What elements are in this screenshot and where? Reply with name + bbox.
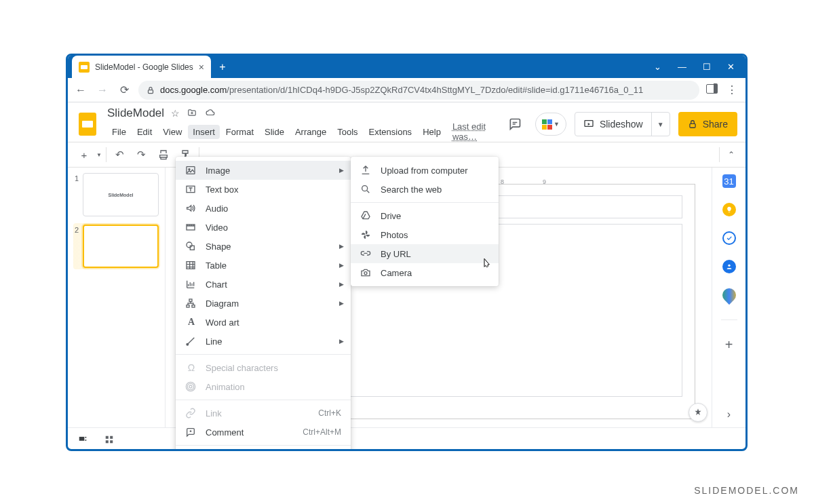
svg-rect-20 <box>192 305 195 307</box>
image-photos-menuitem[interactable]: Photos <box>351 225 499 244</box>
toolbar-collapse-button[interactable]: ⌃ <box>724 150 739 159</box>
link-icon <box>185 408 197 419</box>
svg-rect-7 <box>106 435 109 438</box>
browser-tab[interactable]: SlideModel - Google Slides × <box>72 56 211 78</box>
menu-file[interactable]: File <box>107 125 131 139</box>
image-drive-menuitem[interactable]: Drive <box>351 206 499 225</box>
menuitem-label: Diagram <box>206 298 239 309</box>
last-edit-status[interactable]: Last edit was… <box>452 121 495 142</box>
nav-back-button[interactable]: ← <box>73 84 88 96</box>
submenu-arrow-icon: ▶ <box>339 281 344 288</box>
nav-forward-button[interactable]: → <box>95 84 110 96</box>
url-bar[interactable]: docs.google.com/presentation/d/1hICDq4-h… <box>138 81 699 100</box>
insert-table-menuitem[interactable]: Table ▶ <box>176 256 351 275</box>
slide-thumbnail-1[interactable]: SlideModel <box>83 173 159 216</box>
image-camera-menuitem[interactable]: Camera <box>351 263 499 282</box>
omega-icon: Ω <box>185 362 197 373</box>
chevron-down-icon[interactable]: ⌄ <box>654 62 661 72</box>
image-searchweb-menuitem[interactable]: Search the web <box>351 180 499 199</box>
svg-point-26 <box>364 272 367 275</box>
svg-point-12 <box>189 169 190 170</box>
image-byurl-menuitem[interactable]: By URL <box>351 244 499 263</box>
svg-point-22 <box>189 385 192 388</box>
cloud-status-icon[interactable] <box>204 108 216 119</box>
undo-button[interactable]: ↶ <box>111 145 130 164</box>
insert-audio-menuitem[interactable]: Audio <box>176 199 351 218</box>
image-upload-menuitem[interactable]: Upload from computer <box>351 161 499 180</box>
insert-comment-menuitem[interactable]: Comment Ctrl+Alt+M <box>176 423 351 442</box>
slide-thumbnail-panel[interactable]: 1 SlideModel 2 <box>68 168 166 427</box>
camera-icon <box>360 267 372 278</box>
doc-title[interactable]: SlideModel <box>107 106 164 120</box>
menuitem-label: Image <box>206 166 230 176</box>
submenu-arrow-icon: ▶ <box>339 243 344 250</box>
search-icon <box>360 184 372 195</box>
new-tab-button[interactable]: + <box>214 58 231 76</box>
audio-icon <box>185 203 197 214</box>
slideshow-button[interactable]: Slideshow ▼ <box>575 112 670 136</box>
menu-extensions[interactable]: Extensions <box>364 125 417 139</box>
new-slide-dropdown[interactable]: ▼ <box>96 152 102 158</box>
insert-wordart-menuitem[interactable]: A Word art <box>176 313 351 332</box>
maximize-button[interactable]: ☐ <box>703 62 711 72</box>
browser-tab-title: SlideModel - Google Slides <box>95 62 193 72</box>
browser-menu-button[interactable]: ⋮ <box>724 83 740 96</box>
star-icon[interactable]: ☆ <box>171 108 180 119</box>
svg-point-23 <box>187 383 193 389</box>
menuitem-label: Chart <box>206 279 227 290</box>
slideshow-dropdown-button[interactable]: ▼ <box>651 113 670 136</box>
slide-thumbnail-2[interactable] <box>83 225 159 268</box>
svg-rect-18 <box>189 299 192 301</box>
close-tab-icon[interactable]: × <box>199 62 204 73</box>
share-label: Share <box>703 119 728 130</box>
filmstrip-view-button[interactable] <box>77 435 91 444</box>
animation-icon <box>185 381 197 392</box>
insert-line-menuitem[interactable]: Line ▶ <box>176 332 351 351</box>
new-slide-button[interactable]: + <box>75 145 94 164</box>
share-button[interactable]: Share <box>678 112 737 136</box>
nav-reload-button[interactable]: ⟳ <box>117 83 132 96</box>
menu-arrange[interactable]: Arrange <box>290 125 331 139</box>
submenu-arrow-icon: ▶ <box>339 167 344 174</box>
keep-addon-icon[interactable] <box>722 203 736 216</box>
insert-chart-menuitem[interactable]: Chart ▶ <box>176 275 351 294</box>
insert-image-menuitem[interactable]: Image ▶ <box>176 161 351 180</box>
menu-slide[interactable]: Slide <box>260 125 289 139</box>
meet-button[interactable]: ▼ <box>535 113 566 136</box>
print-button[interactable] <box>154 145 173 164</box>
insert-diagram-menuitem[interactable]: Diagram ▶ <box>176 294 351 313</box>
menu-edit[interactable]: Edit <box>132 125 157 139</box>
menu-format[interactable]: Format <box>221 125 258 139</box>
menu-help[interactable]: Help <box>418 125 446 139</box>
move-folder-icon[interactable] <box>187 108 197 119</box>
table-icon <box>185 260 197 271</box>
grid-view-button[interactable] <box>104 435 118 444</box>
explore-button[interactable] <box>689 403 708 422</box>
maps-addon-icon[interactable] <box>719 286 738 305</box>
svg-rect-10 <box>110 440 113 443</box>
side-panel-collapse-button[interactable]: › <box>727 408 731 421</box>
menu-tools[interactable]: Tools <box>332 125 362 139</box>
menu-view[interactable]: View <box>158 125 187 139</box>
contacts-addon-icon[interactable] <box>722 260 736 273</box>
calendar-addon-icon[interactable]: 31 <box>722 174 736 188</box>
insert-newslide-menuitem[interactable]: + New slide Ctrl+M <box>176 449 351 451</box>
svg-rect-19 <box>187 305 189 307</box>
close-window-button[interactable]: ✕ <box>727 62 735 72</box>
side-panel-toggle-icon[interactable] <box>706 84 717 96</box>
menuitem-label: Word art <box>206 317 239 328</box>
redo-button[interactable]: ↷ <box>132 145 151 164</box>
tasks-addon-icon[interactable] <box>722 231 736 245</box>
minimize-button[interactable]: — <box>678 62 686 72</box>
insert-textbox-menuitem[interactable]: Text box <box>176 180 351 199</box>
slides-logo-icon[interactable] <box>76 109 99 139</box>
menu-insert[interactable]: Insert <box>188 125 220 139</box>
link-icon <box>360 248 372 259</box>
get-addons-button[interactable]: + <box>722 338 736 351</box>
lock-icon <box>688 119 697 129</box>
svg-rect-0 <box>149 90 153 93</box>
insert-video-menuitem[interactable]: Video <box>176 218 351 237</box>
comments-history-button[interactable] <box>503 112 527 136</box>
insert-shape-menuitem[interactable]: Shape ▶ <box>176 237 351 256</box>
diagram-icon <box>185 298 197 309</box>
